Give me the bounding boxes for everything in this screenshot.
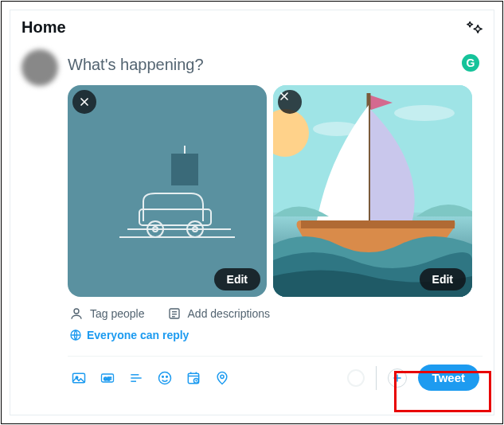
person-icon [69,306,84,321]
header: Home [10,10,494,41]
svg-rect-0 [171,154,198,185]
poll-icon[interactable] [128,370,144,386]
grammarly-icon[interactable]: G [462,54,479,72]
char-count-circle [347,369,365,387]
media-tile-2[interactable]: Edit [273,85,472,297]
sparkle-icon[interactable] [467,20,483,36]
svg-point-29 [162,376,164,377]
emoji-icon[interactable] [157,370,173,386]
svg-point-11 [394,105,455,121]
add-descriptions-label: Add descriptions [188,307,271,320]
compose-input[interactable]: What's happening? [68,49,483,85]
svg-point-36 [221,375,224,378]
edit-media-button-1[interactable]: Edit [214,268,260,290]
description-icon [167,306,182,321]
svg-rect-14 [301,220,455,228]
reply-audience-label: Everyone can reply [87,329,189,341]
svg-text:GIF: GIF [104,376,111,380]
add-thread-button[interactable] [388,368,407,388]
tag-people-button[interactable]: Tag people [69,306,145,321]
svg-point-30 [166,376,168,377]
media-icon[interactable] [71,370,87,386]
page-title: Home [21,18,66,37]
tweet-button[interactable]: Tweet [418,365,479,391]
tag-people-label: Tag people [90,307,145,320]
globe-icon [69,329,82,341]
media-tile-1[interactable]: Edit [68,85,267,297]
media-meta-row: Tag people Add descriptions [68,297,483,326]
gif-icon[interactable]: GIF [100,370,115,386]
media-art-1 [96,146,239,257]
avatar[interactable] [21,49,58,86]
svg-point-15 [74,309,79,314]
schedule-icon[interactable] [186,370,201,386]
add-descriptions-button[interactable]: Add descriptions [167,306,271,321]
remove-media-button-1[interactable] [72,90,96,114]
location-icon[interactable] [214,370,230,386]
vertical-divider [376,366,377,390]
compose-footer: GIF [68,357,483,397]
remove-media-button-2[interactable] [278,90,302,114]
media-art-2 [273,85,472,297]
svg-point-28 [159,372,171,384]
media-grid: Edit [68,85,483,297]
edit-media-button-2[interactable]: Edit [420,268,466,290]
reply-audience-button[interactable]: Everyone can reply [69,329,189,341]
